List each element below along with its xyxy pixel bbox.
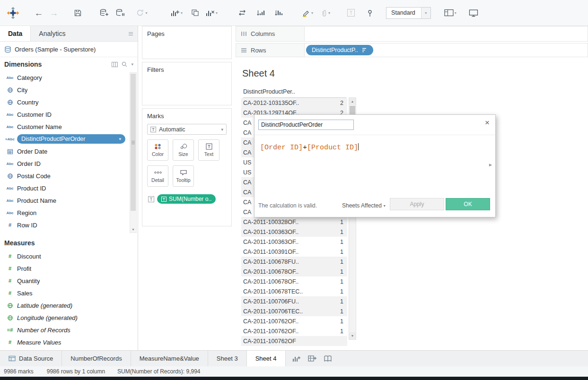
redo-button[interactable]: →	[48, 5, 60, 20]
rows-shelf[interactable]: Rows DistinctProductP..	[236, 43, 588, 57]
table-column-header[interactable]: DistinctProductPer..	[243, 88, 346, 98]
sort-ascending-button[interactable]	[255, 5, 267, 20]
new-story-button[interactable]	[322, 353, 334, 364]
apply-button[interactable]: Apply	[390, 198, 444, 210]
table-row[interactable]: CA-2011-100363OF..1	[241, 227, 347, 237]
sheets-affected-dropdown[interactable]: Sheets Affected ▾	[342, 202, 386, 209]
chevron-down-icon[interactable]: ▾	[421, 8, 430, 18]
chevron-down-icon[interactable]: ▾	[131, 62, 133, 67]
size-button[interactable]: Size	[173, 139, 194, 161]
pane-options-button[interactable]	[128, 26, 138, 41]
table-row[interactable]: CA-2011-100678TEC..1	[241, 286, 347, 296]
datasource-item[interactable]: Orders (Sample - Superstore)	[0, 42, 138, 57]
dimension-city[interactable]: City	[0, 84, 138, 96]
selected-field-pill[interactable]: DistinctProductPerOrder▾	[17, 134, 125, 144]
undo-button[interactable]: ←	[33, 5, 44, 20]
columns-shelf-body[interactable]	[305, 26, 588, 42]
chevron-down-icon[interactable]: ▾	[455, 11, 456, 15]
measure-latitude-generated[interactable]: Latitude (generated)	[0, 299, 138, 311]
table-row[interactable]: CA-2011-100328OF..1	[241, 217, 347, 227]
scroll-down-icon[interactable]: ▼	[130, 226, 136, 233]
scroll-down-icon[interactable]: ▼	[349, 332, 356, 339]
measure-longitude-generated[interactable]: Longitude (generated)	[0, 311, 138, 324]
dimension-postal-code[interactable]: Postal Code	[0, 170, 138, 182]
formula-editor[interactable]: [Order ID]+[Product ID]	[260, 143, 359, 152]
chevron-down-icon[interactable]: ▾	[145, 11, 147, 15]
measure-measure-values[interactable]: #Measure Values	[0, 336, 138, 348]
ok-button[interactable]: OK	[446, 198, 490, 210]
measure-quantity[interactable]: #Quantity	[0, 275, 138, 287]
scrollbar-thumb[interactable]	[131, 74, 136, 211]
sheet-tab-data-source[interactable]: Data Source	[0, 351, 62, 366]
table-row[interactable]: CA-2011-100706TEC..1	[241, 306, 347, 316]
dimension-row-id[interactable]: #Row ID	[0, 219, 138, 231]
scroll-up-icon[interactable]: ▲	[349, 98, 356, 105]
dimension-customer-id[interactable]: AbcCustomer ID	[0, 108, 138, 121]
view-data-icon[interactable]	[112, 62, 118, 67]
table-row[interactable]: CA-2011-100762OF..1	[241, 326, 347, 336]
table-row[interactable]: CA-2011-100762OF	[241, 336, 347, 346]
tab-analytics[interactable]: Analytics	[31, 26, 73, 41]
chevron-down-icon[interactable]: ▾	[328, 11, 330, 15]
sheet-tab-numberofrecords[interactable]: NumberOfRecords	[62, 351, 131, 366]
dimension-order-date[interactable]: Order Date	[0, 145, 138, 157]
detail-button[interactable]: Detail	[147, 165, 168, 187]
dimension-country[interactable]: Country	[0, 96, 138, 108]
table-row[interactable]: CA-2011-100762OF..1	[241, 316, 347, 326]
distinctproductperorder-pill[interactable]: DistinctProductP..	[306, 45, 373, 55]
tableau-logo[interactable]	[4, 5, 22, 20]
swap-rows-columns-button[interactable]	[237, 5, 248, 20]
measure-discount[interactable]: #Discount	[0, 250, 138, 262]
table-row[interactable]: CA-2012-103135OF..2	[241, 98, 347, 108]
highlight-button[interactable]: ▾	[302, 5, 313, 20]
chevron-down-icon[interactable]: ▾	[119, 137, 121, 141]
measure-number-of-records[interactable]: =#Number of Records	[0, 324, 138, 336]
dimension-product-id[interactable]: AbcProduct ID	[0, 182, 138, 194]
columns-shelf[interactable]: Columns	[236, 26, 588, 42]
new-worksheet-button[interactable]	[290, 353, 303, 364]
text-button[interactable]: Text	[198, 139, 219, 161]
sort-descending-button[interactable]	[273, 5, 285, 20]
chevron-down-icon[interactable]: ▾	[181, 11, 183, 15]
mark-type-dropdown[interactable]: Automatic ▾	[147, 124, 227, 135]
dimension-category[interactable]: AbcCategory	[0, 71, 138, 84]
table-row[interactable]: CA-2011-100706FU..1	[241, 296, 347, 306]
measure-sales[interactable]: #Sales	[0, 287, 138, 299]
duplicate-sheet-button[interactable]	[189, 5, 201, 20]
chevron-down-icon[interactable]: ▾	[216, 11, 218, 15]
new-worksheet-button[interactable]: ▾	[170, 5, 183, 20]
expand-panel-icon[interactable]: ►	[488, 162, 493, 167]
sheet-tab-sheet-4[interactable]: Sheet 4	[247, 351, 286, 366]
table-row[interactable]: CA-2011-100678FU..1	[241, 257, 347, 267]
dimension-region[interactable]: AbcRegion	[0, 207, 138, 219]
search-icon[interactable]	[122, 61, 127, 67]
tab-data[interactable]: Data	[0, 26, 31, 41]
table-row[interactable]: CA-2011-100678OF..1	[241, 267, 347, 276]
table-row[interactable]: CA-2011-100363OF..1	[241, 237, 347, 247]
dimension-customer-name[interactable]: AbcCustomer Name	[0, 121, 138, 133]
pause-auto-updates-button[interactable]	[114, 5, 126, 20]
sheet-tab-measurename-value[interactable]: MeasureName&Value	[131, 351, 208, 366]
show-hide-cards-button[interactable]: ▾	[444, 5, 456, 20]
tooltip-button[interactable]: Tooltip	[173, 165, 194, 187]
dimension-product-name[interactable]: AbcProduct Name	[0, 194, 138, 207]
save-button[interactable]	[72, 5, 83, 20]
chevron-down-icon[interactable]: ▾	[221, 127, 223, 132]
run-auto-updates-button[interactable]: ▾	[136, 5, 148, 20]
dimension-order-id[interactable]: AbcOrder ID	[0, 157, 138, 170]
sum-number-of-records-pill[interactable]: SUM(Number o..	[157, 194, 216, 204]
dimensions-scrollbar[interactable]: ▼	[130, 72, 137, 233]
fit-dropdown[interactable]: Standard ▾	[386, 7, 431, 19]
clear-sheet-button[interactable]: ▾	[205, 5, 218, 20]
group-members-button[interactable]: ▾	[320, 5, 331, 20]
close-icon[interactable]: ×	[485, 119, 490, 127]
calculation-name-input[interactable]	[258, 120, 354, 130]
table-row[interactable]: CA-2011-100391OF..1	[241, 247, 347, 257]
table-row[interactable]: CA-2011-100678OF..1	[241, 276, 347, 286]
chevron-down-icon[interactable]: ▾	[311, 11, 313, 15]
sheet-tab-sheet-3[interactable]: Sheet 3	[208, 351, 247, 366]
presentation-mode-button[interactable]	[468, 5, 479, 20]
new-dashboard-button[interactable]	[306, 353, 319, 364]
add-data-source-button[interactable]	[98, 5, 110, 20]
fix-axes-button[interactable]	[364, 5, 376, 20]
